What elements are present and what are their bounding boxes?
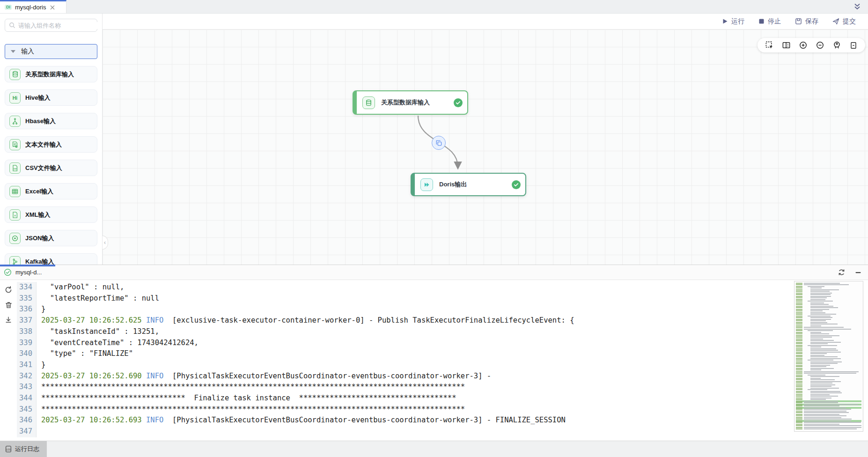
sidebar-collapse-handle[interactable]: ‹ [103, 236, 108, 250]
search-icon [9, 22, 15, 29]
text-file-icon [9, 139, 21, 150]
svg-text:LOG: LOG [6, 449, 11, 451]
json-icon [9, 233, 21, 244]
sidebar-item-label: Kafka输入 [25, 258, 54, 265]
refresh-icon[interactable] [4, 286, 13, 294]
component-sidebar: 输入 关系型数据库输入HiHive输入Hbase输入文本文件输入CSVCSV文件… [0, 14, 103, 265]
database-icon [362, 96, 375, 109]
log-tab-indicator [0, 265, 55, 266]
log-line: 335 "latestReportTime" : null [17, 293, 868, 304]
edge-copy-badge[interactable] [432, 136, 446, 150]
edge-connector [103, 29, 868, 265]
submit-button[interactable]: 提交 [832, 17, 856, 26]
caret-down-icon [11, 50, 15, 53]
fit-view-icon[interactable] [832, 41, 841, 50]
stop-button[interactable]: 停止 [758, 17, 781, 26]
sidebar-item[interactable]: Excel输入 [5, 183, 97, 199]
sidebar-item[interactable]: HiHive输入 [5, 89, 97, 106]
copy-icon [435, 140, 442, 147]
app-window: DI mysql-doris [0, 0, 868, 457]
log-file-icon: LOG [5, 445, 12, 453]
chevron-double-down-icon[interactable] [853, 2, 861, 11]
log-line: 347 [17, 426, 868, 437]
stop-icon [758, 18, 765, 24]
xml-file-icon: x [9, 209, 21, 221]
log-minimap[interactable] [794, 281, 863, 432]
download-icon[interactable] [5, 316, 12, 324]
minimap-icon[interactable] [782, 41, 791, 50]
success-check-icon [454, 98, 463, 107]
bookmark-icon[interactable] [849, 41, 858, 50]
minimize-icon[interactable] [855, 269, 861, 276]
sync-icon[interactable] [838, 268, 846, 276]
log-panel: mysql-d... [0, 265, 868, 438]
sidebar-item[interactable]: 关系型数据库输入 [5, 66, 97, 82]
log-actions [0, 280, 17, 438]
tab-bar: DI mysql-doris [0, 0, 868, 14]
success-check-outline-icon [4, 268, 12, 276]
run-button[interactable]: 运行 [722, 17, 744, 26]
log-line: 3462025-03-27 10:26:52.693 INFO [Physica… [17, 415, 868, 426]
sidebar-item[interactable]: Hbase输入 [5, 113, 97, 129]
trash-icon[interactable] [5, 301, 13, 309]
run-toolbar: 运行 停止 保存 [103, 14, 868, 29]
zoom-in-icon[interactable] [799, 41, 808, 50]
close-icon[interactable] [50, 5, 55, 10]
excel-icon [9, 186, 21, 197]
kafka-icon [9, 256, 21, 265]
log-tab-title[interactable]: mysql-d... [15, 269, 42, 276]
node-doris-output[interactable]: Doris输出 [411, 173, 526, 196]
sidebar-item-label: Excel输入 [25, 187, 53, 196]
sidebar-items: 关系型数据库输入HiHive输入Hbase输入文本文件输入CSVCSV文件输入E… [5, 66, 97, 265]
log-lines[interactable]: 334 "varPool" : null,335 "latestReportTi… [17, 280, 868, 438]
log-line: 343*************************************… [17, 382, 868, 393]
flow-canvas[interactable]: 关系型数据库输入 Doris输出 ‹ [103, 29, 868, 265]
log-line: 336} [17, 304, 868, 315]
canvas-toolbar [758, 38, 865, 52]
save-button[interactable]: 保存 [795, 17, 818, 26]
di-badge: DI [5, 5, 12, 10]
sidebar-item[interactable]: 文本文件输入 [5, 136, 97, 153]
sidebar-item[interactable]: CSVCSV文件输入 [5, 160, 97, 176]
hbase-icon [9, 116, 21, 127]
log-line: 344********************************* Fin… [17, 393, 868, 404]
log-line: 340 "type" : "FINALIZE" [17, 348, 868, 360]
sidebar-item-label: Hbase输入 [25, 117, 56, 125]
log-line: 341} [17, 360, 868, 371]
svg-text:CSV: CSV [13, 168, 17, 170]
sidebar-item-label: Hive输入 [25, 94, 50, 102]
tab-title: mysql-doris [15, 4, 46, 11]
success-check-icon [512, 180, 521, 189]
log-line: 338 "taskInstanceId" : 13251, [17, 326, 868, 338]
csv-file-icon: CSV [9, 162, 21, 174]
log-line: 339 "eventCreateTime" : 1743042412624, [17, 338, 868, 349]
svg-text:x: x [14, 214, 16, 217]
hive-icon: Hi [9, 92, 21, 103]
sidebar-group-label: 输入 [21, 47, 34, 56]
search-input[interactable] [18, 22, 101, 29]
sidebar-item-label: 文本文件输入 [25, 140, 62, 149]
run-log-label: 运行日志 [15, 445, 39, 453]
sidebar-item[interactable]: xXML输入 [5, 206, 97, 223]
component-search[interactable] [5, 19, 97, 32]
tab-mysql-doris[interactable]: DI mysql-doris [0, 0, 66, 13]
run-log-tab[interactable]: LOG 运行日志 [0, 441, 47, 457]
marquee-select-icon[interactable] [765, 41, 774, 50]
log-line: 334 "varPool" : null, [17, 282, 868, 293]
node-relational-db-input[interactable]: 关系型数据库输入 [353, 90, 468, 115]
log-line: 3422025-03-27 10:26:52.690 INFO [Physica… [17, 371, 868, 382]
sidebar-item-label: JSON输入 [25, 234, 54, 243]
sidebar-item-label: XML输入 [25, 211, 50, 219]
log-line: 3372025-03-27 10:26:52.625 INFO [exclusi… [17, 315, 868, 326]
log-header: mysql-d... [0, 265, 868, 280]
paper-plane-icon [832, 18, 839, 25]
play-icon [722, 18, 728, 24]
sidebar-group-input[interactable]: 输入 [5, 44, 97, 59]
log-line: 345*************************************… [17, 404, 868, 415]
doris-icon [420, 178, 433, 191]
sidebar-item-label: CSV文件输入 [25, 164, 62, 172]
sidebar-item[interactable]: JSON输入 [5, 230, 97, 246]
sidebar-item[interactable]: Kafka输入 [5, 253, 97, 265]
zoom-out-icon[interactable] [816, 41, 824, 50]
status-bar: LOG 运行日志 [0, 441, 868, 457]
